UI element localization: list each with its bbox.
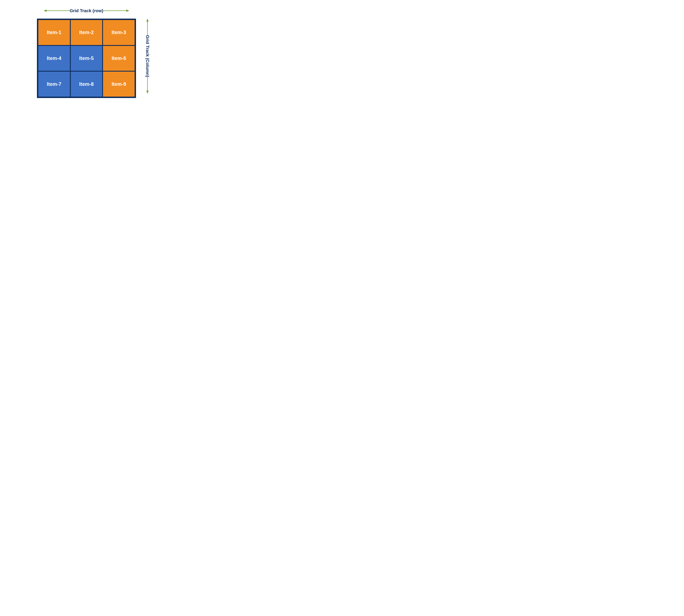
grid-container: Item-1 Item-2 Item-3 Item-4 Item-5 Item-… <box>37 19 136 98</box>
column-track-label: Grid Track (Column) <box>145 35 150 77</box>
grid-item-label: Item-9 <box>112 81 126 87</box>
grid-item-label: Item-3 <box>112 29 126 35</box>
arrow-down-icon <box>146 77 149 94</box>
arrow-up-icon <box>146 19 149 35</box>
grid-item-label: Item-7 <box>47 81 61 87</box>
svg-marker-1 <box>44 9 47 12</box>
grid-item-8: Item-8 <box>70 71 103 97</box>
column-track-indicator: Grid Track (Column) <box>141 19 154 98</box>
arrow-left-icon <box>44 9 70 12</box>
grid-item-label: Item-4 <box>47 56 61 61</box>
grid-item-label: Item-1 <box>47 29 61 35</box>
grid-item-9: Item-9 <box>102 71 135 97</box>
grid-item-4: Item-4 <box>38 45 70 71</box>
row-track-label: Grid Track (row) <box>70 8 103 13</box>
diagram-canvas: Grid Track (row) Grid Track (Column) Ite… <box>0 0 210 118</box>
row-track-indicator: Grid Track (row) <box>37 6 136 15</box>
grid-item-label: Item-6 <box>112 56 126 61</box>
grid-item-label: Item-8 <box>79 81 94 87</box>
grid-item-1: Item-1 <box>38 20 70 45</box>
grid-item-5: Item-5 <box>70 45 103 71</box>
svg-marker-7 <box>146 91 149 94</box>
grid-item-6: Item-6 <box>102 45 135 71</box>
grid-item-2: Item-2 <box>70 20 103 45</box>
grid-item-label: Item-5 <box>79 56 94 61</box>
grid-item-3: Item-3 <box>102 20 135 45</box>
grid-item-label: Item-2 <box>79 29 94 35</box>
arrow-right-icon <box>103 9 129 12</box>
svg-marker-3 <box>126 9 129 12</box>
svg-marker-5 <box>146 19 149 22</box>
grid-item-7: Item-7 <box>38 71 70 97</box>
